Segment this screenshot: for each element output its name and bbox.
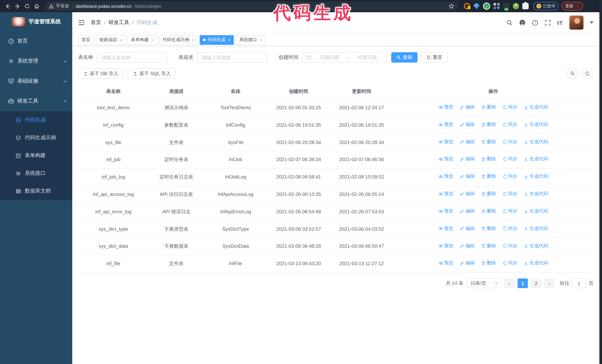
close-icon[interactable]: × xyxy=(228,38,230,42)
generate-code-link[interactable]: 生成代码 xyxy=(524,173,548,180)
delete-link[interactable]: 删除 xyxy=(481,190,496,198)
edit-link[interactable]: 编辑 xyxy=(460,156,475,163)
sync-link[interactable]: 同步 xyxy=(503,260,517,267)
kebab-menu-icon[interactable]: ⋮ xyxy=(576,4,580,8)
generate-code-link[interactable]: 生成代码 xyxy=(524,208,548,215)
preview-link[interactable]: 预览 xyxy=(439,242,453,250)
generate-code-link[interactable]: 生成代码 xyxy=(524,190,548,198)
preview-link[interactable]: 预览 xyxy=(439,173,453,180)
tab-system-api[interactable]: 系统接口× xyxy=(236,35,265,45)
avatar[interactable] xyxy=(570,16,583,30)
breadcrumb-devtools[interactable]: 研发工具 xyxy=(108,19,129,26)
extension-icon-orange[interactable]: 1 xyxy=(464,3,470,9)
sync-link[interactable]: 同步 xyxy=(503,104,517,111)
tab-home[interactable]: 首页 xyxy=(78,35,94,45)
extension-icon-gem[interactable] xyxy=(473,3,480,9)
sync-link[interactable]: 同步 xyxy=(503,190,517,198)
extension-icon-tampermonkey[interactable]: on xyxy=(503,3,509,9)
delete-link[interactable]: 删除 xyxy=(481,242,496,250)
sync-link[interactable]: 同步 xyxy=(503,121,517,128)
back-button[interactable] xyxy=(3,1,13,11)
table-desc-input[interactable] xyxy=(197,52,268,62)
delete-link[interactable]: 删除 xyxy=(481,173,496,180)
sidebar-item-home[interactable]: 首页 xyxy=(0,31,72,51)
tab-form-builder[interactable]: 表单构建× xyxy=(128,35,157,45)
preview-link[interactable]: 预览 xyxy=(439,190,453,198)
sync-link[interactable]: 同步 xyxy=(503,242,517,250)
sidebar-item-codegen[interactable]: 代码生成 xyxy=(0,111,72,129)
generate-code-link[interactable]: 生成代码 xyxy=(524,138,548,146)
tab-codegen[interactable]: 代码生成× xyxy=(200,35,234,45)
extensions-puzzle-icon[interactable] xyxy=(522,3,529,9)
edit-link[interactable]: 编辑 xyxy=(460,242,475,250)
edit-link[interactable]: 编辑 xyxy=(460,225,475,232)
fullscreen-icon[interactable] xyxy=(545,20,551,26)
search-button[interactable]: 搜索 xyxy=(391,52,418,62)
sync-link[interactable]: 同步 xyxy=(503,138,517,146)
date-range-picker[interactable]: 开始日期 - 结束日期 xyxy=(302,52,387,62)
hamburger-icon[interactable] xyxy=(78,19,85,26)
page-button-1[interactable]: 1 xyxy=(517,279,528,288)
extension-icon-check[interactable]: ✓ xyxy=(483,3,490,10)
edit-link[interactable]: 编辑 xyxy=(460,104,475,111)
help-icon[interactable]: ? xyxy=(532,20,538,26)
goto-page-input[interactable] xyxy=(572,279,586,288)
edit-link[interactable]: 编辑 xyxy=(460,121,475,128)
generate-code-link[interactable]: 生成代码 xyxy=(524,260,548,267)
delete-link[interactable]: 删除 xyxy=(481,104,496,111)
font-size-icon[interactable]: tT xyxy=(557,20,563,26)
extension-icon-grid[interactable] xyxy=(494,3,500,9)
sync-link[interactable]: 同步 xyxy=(503,156,517,163)
sync-link[interactable]: 同步 xyxy=(503,225,517,232)
sidebar-item-infrastructure[interactable]: 基础设施 xyxy=(0,71,72,91)
generate-code-link[interactable]: 生成代码 xyxy=(524,121,548,128)
import-sql-button[interactable]: 基于 SQL 导入 xyxy=(128,69,176,79)
close-icon[interactable]: × xyxy=(192,38,194,42)
sidebar-item-db-docs[interactable]: 数据库文档 xyxy=(0,182,72,200)
preview-link[interactable]: 预览 xyxy=(439,225,453,232)
home-button[interactable] xyxy=(32,1,42,11)
preview-link[interactable]: 预览 xyxy=(439,138,453,146)
tab-codegen-example[interactable]: 代码生成示例× xyxy=(159,35,198,45)
delete-link[interactable]: 删除 xyxy=(481,138,496,146)
app-logo[interactable]: 芋道管理系统 xyxy=(0,12,72,31)
prev-page-button[interactable]: ‹ xyxy=(504,279,515,288)
close-icon[interactable]: × xyxy=(260,38,262,42)
paused-badge[interactable]: 已暂停 xyxy=(533,2,559,10)
reset-button[interactable]: 重置 xyxy=(421,52,448,62)
edit-link[interactable]: 编辑 xyxy=(460,208,475,215)
generate-code-link[interactable]: 生成代码 xyxy=(524,156,548,163)
delete-link[interactable]: 删除 xyxy=(481,156,496,163)
reload-button[interactable] xyxy=(22,1,32,11)
preview-link[interactable]: 预览 xyxy=(439,260,453,267)
toggle-search-button[interactable] xyxy=(567,68,578,79)
preview-link[interactable]: 预览 xyxy=(439,121,453,128)
forward-button[interactable] xyxy=(13,1,22,11)
close-icon[interactable]: × xyxy=(151,38,154,42)
sidebar-item-devtools[interactable]: 研发工具 xyxy=(0,91,72,111)
edit-link[interactable]: 编辑 xyxy=(460,260,475,267)
delete-link[interactable]: 删除 xyxy=(481,208,496,215)
tab-tracing[interactable]: 链路追踪× xyxy=(96,35,125,45)
generate-code-link[interactable]: 生成代码 xyxy=(524,104,548,111)
header-search-icon[interactable] xyxy=(506,20,513,26)
edit-link[interactable]: 编辑 xyxy=(460,138,475,146)
refresh-table-button[interactable] xyxy=(582,68,593,79)
preview-link[interactable]: 预览 xyxy=(439,104,453,111)
bookmark-star-icon[interactable] xyxy=(449,3,454,9)
edit-link[interactable]: 编辑 xyxy=(460,190,475,198)
sidebar-item-codegen-example[interactable]: 代码生成示例 xyxy=(0,129,72,147)
generate-code-link[interactable]: 生成代码 xyxy=(524,225,548,232)
edit-link[interactable]: 编辑 xyxy=(460,173,475,180)
sync-link[interactable]: 同步 xyxy=(503,208,517,215)
sidebar-item-system-api[interactable]: 系统接口 xyxy=(0,164,72,182)
avatar-caret-down-icon[interactable] xyxy=(590,21,593,24)
close-icon[interactable]: × xyxy=(120,38,122,42)
browser-update-button[interactable]: 更新 ⋮ xyxy=(562,2,583,10)
delete-link[interactable]: 删除 xyxy=(481,260,496,267)
delete-link[interactable]: 删除 xyxy=(481,225,496,232)
page-button-2[interactable]: 2 xyxy=(531,279,541,288)
preview-link[interactable]: 预览 xyxy=(439,208,453,215)
generate-code-link[interactable]: 生成代码 xyxy=(524,242,548,250)
address-bar[interactable]: 不安全 dashboard.yudao.iocoder.cn/tool/code… xyxy=(44,1,459,11)
